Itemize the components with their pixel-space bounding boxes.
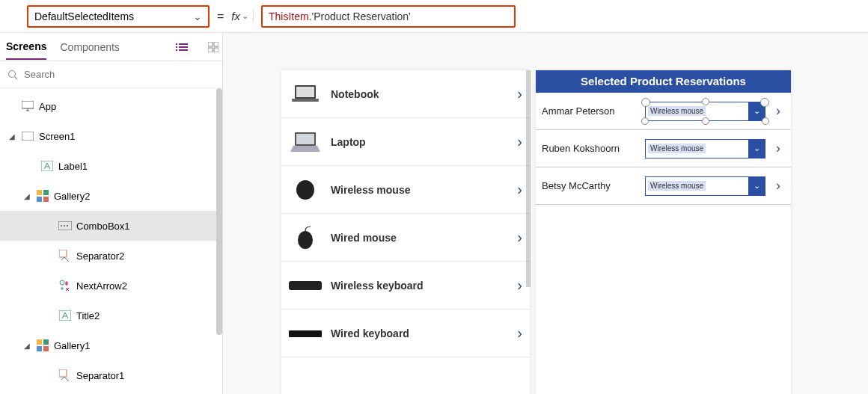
product-thumb-notebook (289, 79, 322, 109)
svg-rect-0 (208, 42, 213, 46)
grid-view-icon[interactable] (204, 38, 222, 56)
formula-input[interactable]: ThisItem.'Product Reservation' (261, 5, 516, 28)
product-thumb-wired-mouse (289, 223, 322, 253)
search-input[interactable] (24, 69, 215, 80)
tree-item-gallery2[interactable]: ◢ Gallery2 (0, 181, 222, 211)
product-gallery[interactable]: Notebook › Laptop › Wireless mouse › (281, 70, 530, 394)
chevron-right-icon[interactable]: › (517, 324, 522, 342)
formula-bar: DefaultSelectedItems ⌄ = fx ⌄ ThisItem.'… (0, 0, 868, 33)
tree-label: Screen1 (39, 131, 75, 142)
tree-item-screen1[interactable]: ◢ Screen1 (0, 121, 222, 151)
person-name: Ammar Peterson (542, 105, 639, 117)
list-item[interactable]: Betsy McCarthy Wireless mouse ⌄ › (536, 167, 791, 205)
svg-rect-9 (22, 132, 34, 141)
fx-label[interactable]: fx ⌄ (231, 10, 254, 22)
formula-token-object: ThisItem (269, 10, 309, 22)
list-item[interactable]: Laptop › (281, 118, 530, 166)
svg-rect-22 (37, 339, 42, 345)
chevron-down-icon[interactable]: ⌄ (748, 177, 765, 195)
equals-label: = (217, 10, 224, 23)
tree-label: Title2 (76, 310, 100, 321)
list-view-icon[interactable] (173, 38, 191, 56)
tree-item-label1[interactable]: Label1 (0, 151, 222, 181)
icon-group-icon (58, 279, 72, 292)
product-label: Wired mouse (331, 232, 508, 244)
tree-item-nextarrow2[interactable]: NextArrow2 (0, 271, 222, 301)
tree-scrollbar[interactable] (216, 88, 222, 335)
product-label: Wired keyboard (331, 327, 508, 339)
tab-components[interactable]: Components (60, 35, 119, 59)
property-dropdown[interactable]: DefaultSelectedItems ⌄ (27, 5, 210, 28)
gallery-icon (36, 339, 49, 352)
combobox[interactable]: Wireless mouse ⌄ (645, 139, 765, 158)
chevron-right-icon[interactable]: › (517, 277, 522, 294)
tree-item-title2[interactable]: Title2 (0, 301, 222, 330)
svg-rect-28 (296, 87, 314, 97)
label-icon (58, 309, 72, 322)
svg-rect-26 (59, 369, 67, 377)
tab-screens[interactable]: Screens (6, 34, 46, 60)
search-icon (7, 70, 18, 80)
svg-point-16 (61, 225, 62, 227)
list-item[interactable]: Wireless keyboard › (281, 262, 530, 310)
chevron-right-icon[interactable]: › (517, 181, 522, 198)
combobox[interactable]: Wireless mouse ⌄ (645, 176, 765, 196)
list-item[interactable]: Ammar Peterson Wireless mouse ⌄ › (536, 93, 791, 130)
chevron-right-icon[interactable]: › (517, 85, 522, 102)
combobox-chip: Wireless mouse (648, 144, 706, 153)
caret-down-icon: ◢ (9, 132, 16, 141)
svg-rect-25 (43, 346, 49, 351)
tree-item-separator1[interactable]: Separator1 (0, 360, 222, 390)
caret-down-icon: ◢ (24, 192, 31, 200)
svg-rect-19 (59, 250, 67, 257)
tree-item-app[interactable]: App (0, 91, 222, 121)
caret-down-icon: ◢ (24, 342, 31, 350)
tree-item-separator2[interactable]: Separator2 (0, 241, 222, 271)
tree-item-combobox1[interactable]: ComboBox1 (0, 211, 222, 241)
combobox-icon (58, 219, 72, 233)
tree-item-gallery1[interactable]: ◢ Gallery1 (0, 330, 222, 360)
screen-icon (21, 129, 34, 143)
chevron-down-icon: ⌄ (242, 11, 248, 21)
chevron-right-icon[interactable]: › (771, 103, 785, 119)
panel-tabs: Screens Components (0, 33, 222, 61)
combobox[interactable]: Wireless mouse ⌄ (645, 102, 765, 121)
product-thumb-wired-keyboard (289, 318, 322, 348)
list-item[interactable]: Wired mouse › (281, 214, 530, 262)
svg-point-17 (64, 225, 65, 227)
svg-rect-11 (37, 190, 42, 195)
label-icon (40, 159, 54, 173)
list-item[interactable]: Wireless mouse › (281, 166, 530, 214)
product-thumb-laptop (289, 127, 322, 157)
list-item[interactable]: Notebook › (281, 70, 530, 118)
chevron-right-icon[interactable]: › (517, 133, 522, 150)
chevron-down-icon[interactable]: ⌄ (748, 102, 765, 120)
chevron-right-icon[interactable]: › (517, 229, 522, 246)
product-label: Laptop (331, 136, 508, 148)
svg-rect-24 (37, 346, 42, 351)
svg-rect-6 (22, 101, 34, 108)
gallery-icon (36, 189, 49, 203)
chevron-right-icon[interactable]: › (771, 178, 785, 194)
chevron-right-icon[interactable]: › (771, 141, 785, 156)
combobox-chip: Wireless mouse (648, 181, 706, 191)
gallery-scrollbar[interactable] (526, 70, 531, 287)
svg-rect-36 (289, 330, 322, 337)
svg-rect-31 (296, 134, 314, 144)
svg-rect-23 (43, 339, 49, 345)
separator-icon (58, 249, 72, 262)
tree-label: ComboBox1 (76, 221, 130, 232)
list-item[interactable]: Wired keyboard › (281, 310, 530, 357)
product-label: Notebook (331, 88, 508, 100)
tree-label: Separator1 (76, 370, 124, 381)
list-item[interactable]: Ruben Kokshoorn Wireless mouse ⌄ › (536, 130, 791, 167)
product-thumb-wireless-mouse (289, 175, 322, 205)
reservations-gallery[interactable]: Selected Product Reservations Ammar Pete… (536, 70, 791, 394)
product-label: Wireless mouse (331, 184, 508, 196)
chevron-down-icon: ⌄ (193, 10, 202, 22)
svg-rect-12 (43, 190, 49, 195)
svg-rect-3 (214, 48, 218, 52)
chevron-down-icon[interactable]: ⌄ (748, 140, 765, 158)
svg-rect-35 (289, 281, 322, 290)
svg-point-33 (296, 180, 314, 200)
